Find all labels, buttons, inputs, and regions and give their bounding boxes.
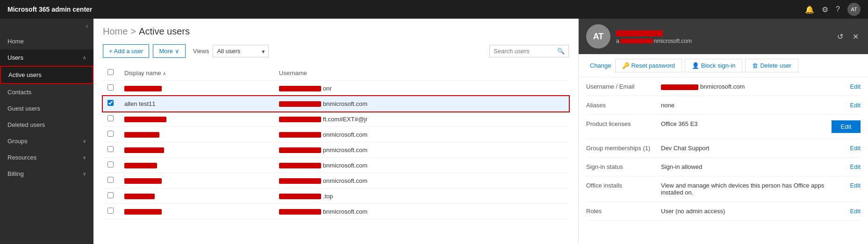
detail-field-row: Group memberships (1)Dev Chat SupportEdi… [586, 139, 861, 158]
display-name-cell: allen test11 [120, 96, 274, 112]
username-cell: bnmicrosoft.com [274, 158, 569, 173]
change-button[interactable]: Change [586, 59, 615, 72]
detail-field-label: Group memberships (1) [586, 145, 661, 152]
username-cell: .top [274, 188, 569, 204]
detail-field-label: Roles [586, 208, 661, 215]
delete-user-button[interactable]: 🗑 Delete user [745, 59, 798, 72]
block-sign-in-label: Block sign-in [701, 62, 736, 69]
name-redacted [124, 117, 166, 122]
row-checkbox[interactable] [108, 192, 114, 198]
sidebar-item-home[interactable]: Home [0, 33, 93, 49]
display-name-cell [120, 127, 274, 142]
row-checkbox[interactable] [108, 131, 114, 137]
header-display-name: Display name ∧ [120, 65, 274, 81]
breadcrumb-home[interactable]: Home [103, 26, 128, 37]
value-suffix: bnmicrosoft.com [700, 83, 745, 90]
notification-icon[interactable]: 🔔 [805, 5, 814, 14]
detail-field-label: Sign-in status [586, 163, 661, 170]
block-icon: 👤 [692, 62, 699, 69]
users-chevron-icon: ∧ [83, 55, 86, 60]
detail-field-edit-button[interactable]: Edit [832, 120, 861, 133]
username-cell: bnmicrosoft.com [274, 96, 569, 112]
value-redacted [661, 84, 698, 90]
more-chevron-icon: ∨ [175, 48, 179, 55]
sidebar-item-deleted-users[interactable]: Deleted users [0, 117, 93, 133]
more-button[interactable]: More ∨ [153, 44, 186, 58]
table-row: ft.com#EXT#@jr [103, 112, 569, 127]
detail-field-edit-button[interactable]: Edit [850, 182, 861, 189]
row-checkbox[interactable] [108, 100, 114, 106]
sidebar-item-contacts[interactable]: Contacts [0, 84, 93, 100]
collapse-icon: ‹ [86, 22, 88, 29]
sidebar-item-resources[interactable]: Resources ∨ [0, 149, 93, 166]
sidebar-item-contacts-label: Contacts [7, 89, 86, 96]
username-suffix: bnmicrosoft.com [323, 100, 367, 107]
username-suffix: pnmicrosoft.com [323, 146, 367, 153]
users-table: Display name ∧ Username onrallen test11b… [103, 65, 569, 219]
sidebar-item-billing[interactable]: Billing ∨ [0, 166, 93, 182]
row-checkbox[interactable] [108, 84, 114, 91]
detail-field-edit-button[interactable]: Edit [850, 208, 861, 215]
detail-field-row: Username / Emailbnmicrosoft.comEdit [586, 77, 861, 96]
detail-field-row: Office installsView and manage which dev… [586, 176, 861, 202]
detail-avatar: AT [586, 24, 610, 49]
add-user-button[interactable]: + Add a user [103, 44, 149, 58]
groups-chevron-icon: ∨ [83, 139, 86, 144]
table-row: .top [103, 188, 569, 204]
sidebar-collapse-button[interactable]: ‹ [0, 19, 93, 33]
username-suffix: onr [323, 85, 332, 92]
search-input[interactable] [494, 48, 554, 55]
topbar: Microsoft 365 admin center 🔔 ⚙ ? AT [0, 0, 868, 19]
sidebar-item-active-users[interactable]: Active users [0, 66, 93, 84]
username-redacted [279, 178, 321, 184]
username-suffix: .top [323, 193, 333, 200]
row-checkbox[interactable] [108, 115, 114, 121]
username-redacted [279, 117, 321, 122]
help-icon[interactable]: ? [836, 5, 840, 14]
detail-user-info: anmicrosoft.com [616, 29, 830, 44]
settings-icon[interactable]: ⚙ [822, 5, 828, 14]
sidebar-item-guest-users[interactable]: Guest users [0, 100, 93, 117]
detail-field-value: User (no admin access) [661, 208, 846, 215]
name-redacted [124, 194, 155, 199]
row-checkbox[interactable] [108, 161, 114, 167]
row-checkbox[interactable] [108, 208, 114, 214]
table-header-row: Display name ∧ Username [103, 65, 569, 81]
username-cell: onr [274, 81, 569, 96]
detail-field-value: View and manage which devices this perso… [661, 182, 846, 196]
header-checkbox-cell [103, 65, 120, 81]
detail-field-edit-button[interactable]: Edit [850, 163, 861, 170]
display-name-cell [120, 158, 274, 173]
detail-field-row: Sign-in statusSign-in allowedEdit [586, 158, 861, 176]
username-redacted [279, 163, 321, 168]
detail-field-edit-button[interactable]: Edit [850, 145, 861, 152]
detail-field-edit-button[interactable]: Edit [850, 102, 861, 109]
detail-field-value: Dev Chat Support [661, 145, 846, 152]
display-name: allen test11 [124, 100, 156, 107]
username-redacted [279, 194, 321, 199]
topbar-icons: 🔔 ⚙ ? AT [805, 3, 861, 16]
detail-field-label: Username / Email [586, 83, 661, 90]
reset-password-button[interactable]: 🔑 Reset password [615, 59, 682, 72]
username-suffix: bnmicrosoft.com [323, 208, 367, 215]
select-all-checkbox[interactable] [108, 69, 114, 75]
refresh-button[interactable]: ↺ [835, 30, 845, 43]
sidebar-item-users[interactable]: Users ∧ [0, 49, 93, 66]
detail-field-value: none [661, 102, 846, 109]
close-button[interactable]: ✕ [851, 30, 861, 43]
row-checkbox[interactable] [108, 177, 114, 183]
name-redacted [124, 209, 162, 215]
delete-user-label: Delete user [760, 62, 791, 69]
username-suffix: bnmicrosoft.com [323, 162, 367, 169]
views-select[interactable]: All users [213, 45, 269, 57]
avatar[interactable]: AT [847, 3, 861, 16]
block-sign-in-button[interactable]: 👤 Block sign-in [685, 59, 743, 72]
sidebar-item-groups[interactable]: Groups ∨ [0, 133, 93, 149]
table-row: onmicrosoft.com [103, 127, 569, 142]
resources-chevron-icon: ∨ [83, 155, 86, 160]
more-label: More [159, 48, 173, 55]
detail-field-edit-button[interactable]: Edit [850, 83, 861, 90]
row-checkbox[interactable] [108, 146, 114, 152]
app-title: Microsoft 365 admin center [7, 6, 805, 13]
sidebar-item-billing-label: Billing [7, 170, 83, 177]
